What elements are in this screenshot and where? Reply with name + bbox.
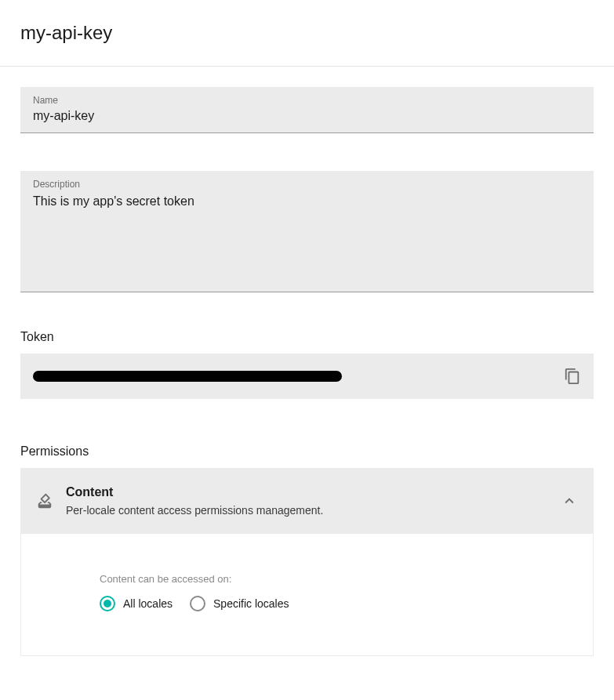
copy-icon[interactable] [564, 368, 581, 385]
name-field-group[interactable]: Name [20, 87, 594, 133]
chevron-up-icon[interactable] [561, 492, 578, 510]
token-label: Token [20, 330, 594, 344]
token-value-masked [33, 371, 342, 382]
radio-group-locales: All locales Specific locales [100, 596, 577, 611]
token-box [20, 354, 594, 399]
accordion-subtitle: Per-locale content access permissions ma… [66, 504, 548, 517]
radio-specific-locales-label: Specific locales [213, 597, 289, 610]
radio-button-icon [100, 596, 115, 611]
access-label: Content can be accessed on: [100, 573, 577, 585]
description-label: Description [33, 179, 581, 190]
name-label: Name [33, 95, 581, 106]
content-area: Name Description Token Permissions Conte… [0, 67, 614, 676]
accordion-text-block: Content Per-locale content access permis… [66, 485, 548, 517]
permissions-section: Permissions Content Per-locale content a… [20, 444, 594, 656]
accordion-title: Content [66, 485, 548, 499]
vote-icon [36, 492, 53, 510]
description-field-group[interactable]: Description [20, 171, 594, 292]
radio-specific-locales[interactable]: Specific locales [190, 596, 289, 611]
radio-button-icon [190, 596, 205, 611]
content-accordion-body: Content can be accessed on: All locales … [20, 534, 594, 656]
content-accordion-header[interactable]: Content Per-locale content access permis… [20, 468, 594, 534]
radio-all-locales-label: All locales [123, 597, 173, 610]
description-textarea[interactable] [33, 193, 581, 279]
radio-all-locales[interactable]: All locales [100, 596, 173, 611]
permissions-label: Permissions [20, 444, 594, 459]
page-title: my-api-key [20, 22, 594, 44]
name-input[interactable] [33, 109, 581, 123]
page-header: my-api-key [0, 0, 614, 67]
